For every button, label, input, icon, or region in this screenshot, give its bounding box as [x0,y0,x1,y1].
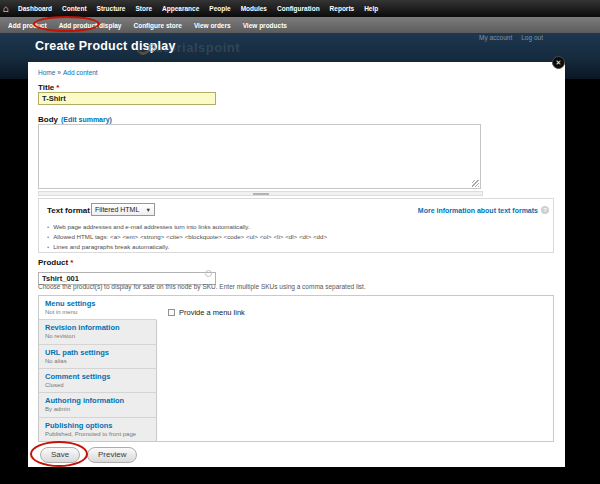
circle-dash-icon[interactable]: − [148,44,156,52]
shortcut-view-orders[interactable]: View orders [188,22,237,29]
toolbar-item-configuration[interactable]: Configuration [272,5,325,12]
toolbar-item-structure[interactable]: Structure [92,5,131,12]
home-icon[interactable]: ⌂ [3,4,9,14]
breadcrumb: Home»Add content [38,69,98,76]
product-field-description: Choose the product(s) to display for sal… [38,283,366,290]
required-marker: * [70,258,73,267]
toolbar-item-reports[interactable]: Reports [325,5,360,12]
shortcut-add-product[interactable]: Add product [2,22,53,29]
tab-summary: No alias [45,358,150,365]
resize-grip-icon[interactable] [472,180,479,187]
more-info-link[interactable]: More information about text formats [418,207,538,214]
autocomplete-throbber-icon [205,270,212,277]
tab-comment-settings[interactable]: Comment settings Closed [39,369,157,393]
close-icon[interactable]: ✕ [552,56,565,69]
provide-menu-link-label: Provide a menu link [179,308,245,317]
account-links: My account Log out [479,34,543,41]
body-field-label: Body(Edit summary) [38,115,112,124]
toolbar-item-store[interactable]: Store [130,5,157,12]
filter-hint: Allowed HTML tags: <a> <em> <strong> <ci… [47,232,327,242]
toolbar-item-people[interactable]: People [204,5,235,12]
tab-label: Revision information [45,323,150,332]
text-format-fieldset: Text format Filtered HTML ▼ More informa… [38,198,554,253]
shortcut-add-product-display[interactable]: Add product display [53,22,128,29]
tab-label: Menu settings [45,299,150,308]
breadcrumb-add-content-link[interactable]: Add content [63,69,98,76]
save-button[interactable]: Save [40,447,80,463]
vertical-tabs-column: Menu settings Not in menu Revision infor… [39,296,157,441]
required-marker: * [56,83,59,92]
tab-revision-information[interactable]: Revision information No revision [39,320,157,344]
tab-summary: Closed [45,382,150,389]
tab-menu-settings[interactable]: Menu settings Not in menu [39,296,157,320]
tab-publishing-options[interactable]: Publishing options Published, Promoted t… [39,418,157,441]
shortcut-view-products[interactable]: View products [237,22,293,29]
toolbar-item-modules[interactable]: Modules [236,5,272,12]
tab-authoring-information[interactable]: Authoring information By admin [39,393,157,417]
tab-label: Publishing options [45,421,150,430]
filter-hint: Lines and paragraphs break automatically… [47,242,327,252]
provide-menu-link-checkbox[interactable] [168,309,175,316]
tab-summary: By admin [45,406,150,413]
toolbar-item-appearance[interactable]: Appearance [157,5,204,12]
text-format-label: Text format [47,206,90,215]
help-icon[interactable]: ? [541,206,549,214]
preview-button[interactable]: Preview [87,447,137,463]
product-label-text: Product [38,258,68,267]
tab-summary: Not in menu [45,309,150,316]
vertical-tabs-fieldset: Menu settings Not in menu Revision infor… [38,295,554,442]
title-input[interactable] [38,92,216,105]
tab-label: Authoring information [45,396,150,405]
tab-label: URL path settings [45,348,150,357]
dropdown-arrow-icon: ▼ [146,207,151,213]
shortcut-configure-store[interactable]: Configure store [127,22,187,29]
tab-label: Comment settings [45,372,150,381]
text-format-select[interactable]: Filtered HTML ▼ [91,203,155,216]
toolbar-item-content[interactable]: Content [57,5,92,12]
screen: ⌂ Dashboard Content Structure Store Appe… [0,0,600,484]
tab-summary: No revision [45,333,150,340]
title-field-label: Title* [38,83,59,92]
tab-url-path-settings[interactable]: URL path settings No alias [39,345,157,369]
log-out-link[interactable]: Log out [521,34,543,41]
product-input-wrap [38,267,216,280]
toolbar-item-help[interactable]: Help [359,5,383,12]
body-label-text: Body [38,115,58,124]
admin-toolbar: ⌂ Dashboard Content Structure Store Appe… [0,0,600,17]
my-account-link[interactable]: My account [479,34,512,41]
filter-hints-list: Web page addresses and e-mail addresses … [47,222,327,252]
tab-summary: Published, Promoted to front page [45,431,150,438]
filter-hint: Web page addresses and e-mail addresses … [47,222,327,232]
create-product-display-form: ✕ Home»Add content Title* Body(Edit summ… [28,62,565,467]
edit-summary-link[interactable]: (Edit summary) [61,116,112,123]
text-format-selected-value: Filtered HTML [95,206,139,213]
title-label-text: Title [38,83,54,92]
body-textarea[interactable] [38,124,481,189]
breadcrumb-home-link[interactable]: Home [38,69,55,76]
shortcut-bar: Add product Add product display Configur… [0,17,600,33]
product-field-label: Product* [38,258,73,267]
toolbar-item-dashboard[interactable]: Dashboard [13,5,57,12]
textarea-grippie-handle[interactable] [38,191,483,196]
breadcrumb-separator: » [55,69,63,76]
